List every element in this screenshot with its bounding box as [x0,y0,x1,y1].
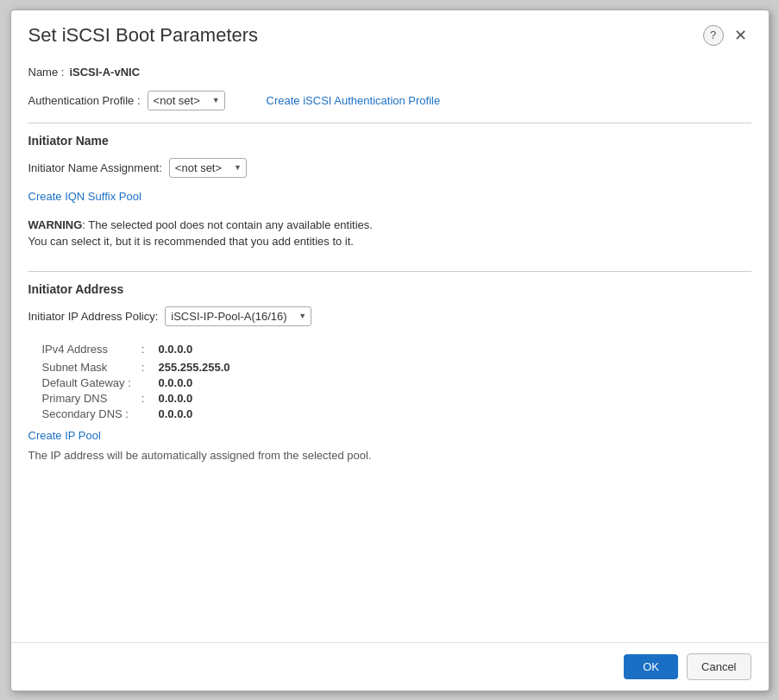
create-ip-pool-row: Create IP Pool [28,424,751,445]
dialog-body: Name : iSCSI-A-vNIC Authentication Profi… [11,57,769,642]
initiator-name-assignment-wrapper: <not set> [169,158,247,178]
ip-policy-dropdown[interactable]: iSCSI-IP-Pool-A(16/16) [165,306,311,326]
ip-policy-label: Initiator IP Address Policy: [28,310,159,323]
auth-profile-row: Authentication Profile : <not set> Creat… [28,85,751,119]
header-icons: ? ✕ [703,25,751,46]
initiator-name-section-header: Initiator Name [28,123,751,151]
warning-bold: WARNING [28,218,83,231]
initiator-name-assignment-row: Initiator Name Assignment: <not set> [28,151,751,185]
ip-policy-dropdown-wrapper: iSCSI-IP-Pool-A(16/16) [165,306,311,326]
auth-profile-label: Authentication Profile : [28,94,141,107]
subnet-row: Subnet Mask : 255.255.255.0 [42,358,230,376]
ipv4-row: IPv4 Address : 0.0.0.0 [42,340,230,358]
help-button[interactable]: ? [703,25,724,46]
primary-dns-label: Primary DNS [42,389,135,407]
initiator-name-assignment-label: Initiator Name Assignment: [28,161,162,174]
ip-address-policy-row: Initiator IP Address Policy: iSCSI-IP-Po… [28,300,751,333]
subnet-value: 255.255.255.0 [151,358,229,376]
initiator-name-assignment-dropdown[interactable]: <not set> [169,158,247,178]
create-iqn-row: Create IQN Suffix Pool [28,185,751,210]
initiator-address-title: Initiator Address [28,279,751,300]
dialog-title: Set iSCSI Boot Parameters [28,24,259,47]
ok-button[interactable]: OK [624,654,678,679]
ipv4-label: IPv4 Address [42,340,135,358]
auth-profile-dropdown-wrapper: <not set> [148,91,225,110]
create-iqn-suffix-pool-link[interactable]: Create IQN Suffix Pool [28,190,141,203]
gateway-label: Default Gateway : [42,376,135,389]
dialog-header: Set iSCSI Boot Parameters ? ✕ [11,10,769,57]
secondary-dns-label: Secondary DNS : [42,407,135,420]
gateway-row: Default Gateway : 0.0.0.0 [42,376,230,389]
primary-dns-value: 0.0.0.0 [151,389,229,407]
gateway-value: 0.0.0.0 [151,376,229,389]
auth-profile-dropdown[interactable]: <not set> [148,91,225,110]
warning-text: WARNING: The selected pool does not cont… [28,210,751,257]
initiator-name-title: Initiator Name [28,130,751,151]
secondary-dns-value: 0.0.0.0 [151,407,229,420]
name-label: Name : [28,66,65,79]
footer-note: The IP address will be automatically ass… [28,445,751,469]
ip-info-grid: IPv4 Address : 0.0.0.0 Subnet Mask : 255… [28,333,751,424]
ip-info-table: IPv4 Address : 0.0.0.0 Subnet Mask : 255… [42,340,230,420]
create-ip-pool-link[interactable]: Create IP Pool [28,429,101,442]
create-auth-profile-link[interactable]: Create iSCSI Authentication Profile [267,94,441,107]
subnet-label: Subnet Mask [42,358,135,376]
name-value: iSCSI-A-vNIC [69,66,140,79]
name-row: Name : iSCSI-A-vNIC [28,57,751,85]
cancel-button[interactable]: Cancel [687,653,751,680]
close-button[interactable]: ✕ [731,25,751,46]
dialog-container: Set iSCSI Boot Parameters ? ✕ Name : iSC… [10,9,770,691]
dialog-footer: OK Cancel [11,642,769,691]
spacer-1 [28,257,751,268]
initiator-address-section-header: Initiator Address [28,271,751,300]
secondary-dns-row: Secondary DNS : 0.0.0.0 [42,407,230,420]
ipv4-value: 0.0.0.0 [151,340,229,358]
primary-dns-row: Primary DNS : 0.0.0.0 [42,389,230,407]
